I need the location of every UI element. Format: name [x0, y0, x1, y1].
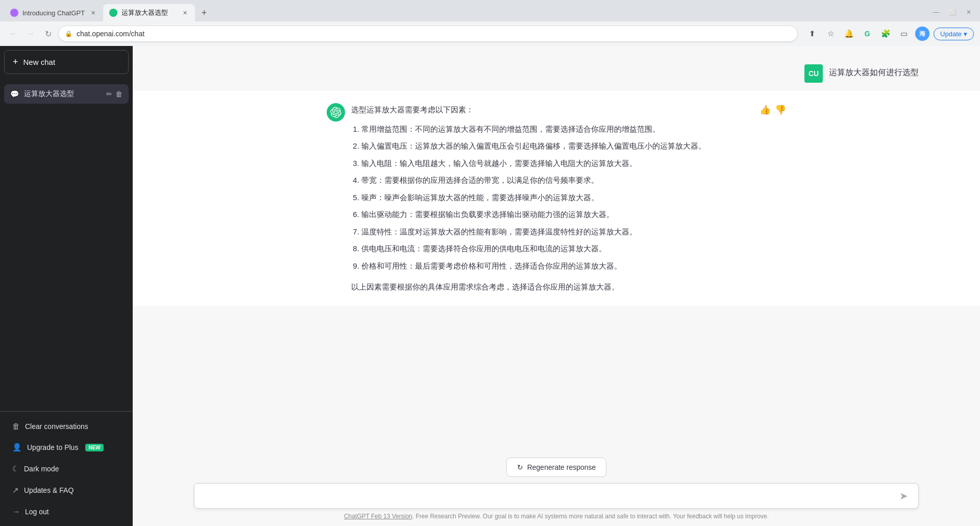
ai-footer-text: 以上因素需要根据你的具体应用需求综合考虑，选择适合你应用的运算放大器。	[351, 280, 751, 294]
clear-conversations-label: Clear conversations	[25, 422, 88, 431]
feedback-icons: 👍 👎	[760, 103, 786, 115]
list-item: 价格和可用性：最后需要考虑价格和可用性，选择适合你应用的运算放大器。	[361, 259, 751, 273]
list-item: 温度特性：温度对运算放大器的性能有影响，需要选择温度特性好的运算放大器。	[361, 225, 751, 238]
sidebar-top: + New chat	[0, 46, 133, 80]
new-chat-button[interactable]: + New chat	[4, 50, 129, 74]
user-bubble: CU 运算放大器如何进行选型	[804, 64, 919, 83]
user-message-text: 运算放大器如何进行选型	[829, 64, 919, 78]
chat-item-title: 运算放大器选型	[24, 89, 101, 99]
thumbs-up-icon[interactable]: 👍	[760, 104, 771, 115]
ai-header: 选型运算放大器需要考虑以下因素： 常用增益范围：不同的运算放大器有不同的增益范围…	[351, 103, 786, 294]
tab-close-2[interactable]: ✕	[181, 9, 189, 17]
ai-intro-text: 选型运算放大器需要考虑以下因素：	[351, 103, 751, 116]
reload-button[interactable]: ↻	[41, 27, 55, 41]
edit-icon[interactable]: ✏	[106, 90, 112, 98]
minimize-window-button[interactable]: —	[929, 5, 943, 19]
new-chat-label: New chat	[23, 58, 56, 66]
bookmark-icon[interactable]: ☆	[823, 27, 838, 41]
tab-title-2: 运算放大器选型	[121, 8, 177, 17]
sidebar-item-updates[interactable]: ↗ Updates & FAQ	[4, 480, 129, 501]
browser-toolbar: ← → ↻ 🔒 chat.openai.com/chat ⬆ ☆ 🔔 G 🧩 ▭…	[0, 21, 980, 46]
close-window-button[interactable]: ✕	[962, 5, 976, 19]
sidebar-item-dark[interactable]: ☾ Dark mode	[4, 458, 129, 480]
sidebar-toggle-icon[interactable]: ▭	[897, 27, 911, 41]
browser-chrome: Introducing ChatGPT ✕ 运算放大器选型 ✕ + — ⬜ ✕ …	[0, 0, 980, 46]
updates-faq-label: Updates & FAQ	[24, 486, 74, 494]
restore-window-button[interactable]: ⬜	[945, 5, 960, 19]
send-button[interactable]: ➤	[897, 490, 910, 502]
ai-response-content: 选型运算放大器需要考虑以下因素： 常用增益范围：不同的运算放大器有不同的增益范围…	[351, 103, 786, 294]
user-avatar: CU	[804, 64, 823, 83]
extensions-icon[interactable]: 🧩	[878, 27, 893, 41]
list-item: 输入电阻：输入电阻越大，输入信号就越小，需要选择输入电阻大的运算放大器。	[361, 157, 751, 170]
tab-favicon-chatgpt	[10, 9, 18, 17]
thumbs-down-icon[interactable]: 👎	[775, 104, 786, 115]
sidebar-bottom: 🗑 Clear conversations 👤 Upgrade to Plus …	[0, 411, 133, 526]
tab-active[interactable]: 运算放大器选型 ✕	[103, 4, 195, 21]
chat-history: 💬 运算放大器选型 ✏ 🗑	[0, 80, 133, 411]
back-button[interactable]: ←	[6, 27, 20, 41]
footer-version-link[interactable]: ChatGPT Feb 13 Version	[344, 513, 412, 520]
chat-icon: 💬	[10, 90, 19, 98]
moon-icon: ☾	[12, 464, 19, 473]
tab-favicon-green	[109, 9, 117, 17]
tab-bar: Introducing ChatGPT ✕ 运算放大器选型 ✕ + — ⬜ ✕	[0, 0, 980, 21]
new-tab-button[interactable]: +	[197, 6, 211, 20]
chat-item-actions: ✏ 🗑	[106, 90, 122, 98]
tab-inactive[interactable]: Introducing ChatGPT ✕	[4, 4, 103, 21]
plus-icon: +	[13, 57, 18, 67]
logout-icon: →	[12, 507, 20, 516]
list-item: 供电电压和电流：需要选择符合你应用的供电电压和电流的运算放大器。	[361, 242, 751, 255]
update-button[interactable]: Update ▾	[934, 28, 974, 40]
chat-area: CU 运算放大器如何进行选型 选型运算	[133, 46, 980, 449]
new-badge: NEW	[85, 444, 103, 451]
translate-icon[interactable]: G	[860, 27, 874, 41]
dark-mode-label: Dark mode	[24, 465, 59, 473]
sidebar-item-upgrade[interactable]: 👤 Upgrade to Plus NEW	[4, 437, 129, 458]
sidebar: + New chat 💬 运算放大器选型 ✏ 🗑 🗑 Clear convers…	[0, 46, 133, 526]
ai-message-inner: 选型运算放大器需要考虑以下因素： 常用增益范围：不同的运算放大器有不同的增益范围…	[327, 103, 786, 294]
list-item: 输入偏置电压：运算放大器的输入偏置电压会引起电路偏移，需要选择输入偏置电压小的运…	[361, 139, 751, 153]
chatgpt-logo-icon	[330, 107, 341, 118]
list-item: 噪声：噪声会影响运算放大器的性能，需要选择噪声小的运算放大器。	[361, 191, 751, 204]
list-item: 输出驱动能力：需要根据输出负载要求选择输出驱动能力强的运算放大器。	[361, 208, 751, 221]
input-area: ↻ Regenerate response ➤ ChatGPT Feb 13 V…	[133, 449, 980, 526]
footer-text: ChatGPT Feb 13 Version. Free Research Pr…	[194, 509, 919, 522]
main-content: CU 运算放大器如何进行选型 选型运算	[133, 46, 980, 526]
trash-icon: 🗑	[12, 422, 20, 431]
chat-input-box: ➤	[194, 483, 919, 509]
user-message: CU 运算放大器如何进行选型	[133, 56, 980, 91]
ai-message: 选型运算放大器需要考虑以下因素： 常用增益范围：不同的运算放大器有不同的增益范围…	[133, 91, 980, 306]
app: + New chat 💬 运算放大器选型 ✏ 🗑 🗑 Clear convers…	[0, 46, 980, 526]
profile-icon[interactable]: 海	[915, 27, 929, 41]
list-item[interactable]: 💬 运算放大器选型 ✏ 🗑	[4, 84, 129, 104]
list-item: 常用增益范围：不同的运算放大器有不同的增益范围，需要选择适合你应用的增益范围。	[361, 123, 751, 136]
sidebar-item-clear[interactable]: 🗑 Clear conversations	[4, 416, 129, 437]
ai-avatar	[327, 103, 345, 122]
delete-icon[interactable]: 🗑	[115, 90, 122, 98]
toolbar-right: ⬆ ☆ 🔔 G 🧩 ▭ 海 Update ▾	[805, 27, 974, 41]
tab-title-1: Introducing ChatGPT	[22, 9, 85, 17]
regenerate-label: Regenerate response	[527, 463, 596, 471]
ai-text: 选型运算放大器需要考虑以下因素： 常用增益范围：不同的运算放大器有不同的增益范围…	[351, 103, 751, 294]
regenerate-button[interactable]: ↻ Regenerate response	[506, 458, 607, 477]
tab-close-1[interactable]: ✕	[89, 9, 97, 17]
regenerate-icon: ↻	[517, 463, 523, 471]
ai-list: 常用增益范围：不同的运算放大器有不同的增益范围，需要选择适合你应用的增益范围。输…	[351, 123, 751, 273]
footer-description: . Free Research Preview. Our goal is to …	[412, 513, 769, 520]
upgrade-label: Upgrade to Plus	[27, 443, 78, 451]
notifications-icon[interactable]: 🔔	[842, 27, 856, 41]
external-link-icon: ↗	[12, 486, 19, 495]
sidebar-item-logout[interactable]: → Log out	[4, 501, 129, 522]
chat-input[interactable]	[203, 490, 897, 502]
address-bar[interactable]: 🔒 chat.openai.com/chat	[58, 26, 798, 42]
share-icon[interactable]: ⬆	[805, 27, 819, 41]
lock-icon: 🔒	[65, 30, 72, 37]
url-text: chat.openai.com/chat	[77, 30, 144, 38]
user-icon: 👤	[12, 443, 22, 452]
list-item: 带宽：需要根据你的应用选择合适的带宽，以满足你的信号频率要求。	[361, 174, 751, 187]
forward-button[interactable]: →	[23, 27, 38, 41]
logout-label: Log out	[25, 508, 49, 516]
chevron-down-icon: ▾	[964, 30, 967, 38]
